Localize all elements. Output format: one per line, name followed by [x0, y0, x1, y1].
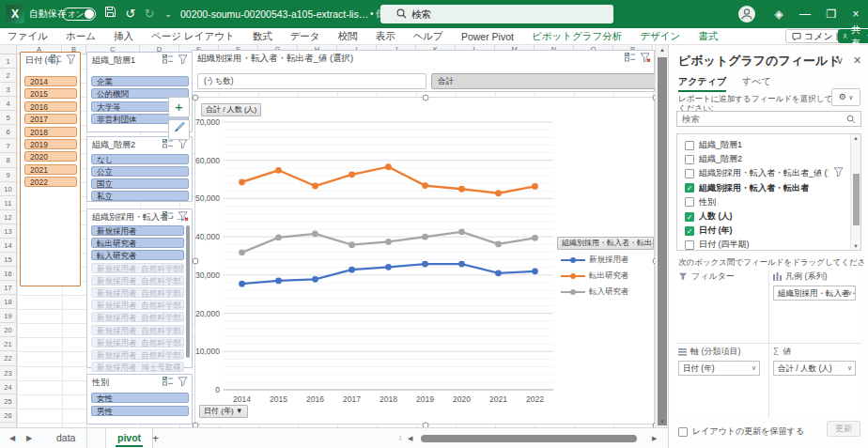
area-field-日付 (年)[interactable]: 日付 (年)∨: [678, 361, 760, 376]
slicer-item-新規採用者_自然科学部...[interactable]: 新規採用者_自然科学部...: [91, 312, 184, 322]
field-item-人数 (人)[interactable]: ✓人数 (人): [677, 209, 848, 224]
ribbon-tab-10[interactable]: ピボットグラフ分析: [532, 30, 622, 43]
area-values[interactable]: Σ値合計 / 人数 (人)∨: [771, 346, 861, 416]
scroll-down-icon[interactable]: ▼: [851, 243, 860, 249]
slicer-item-新規採用者_自然科学部...[interactable]: 新規採用者_自然科学部...: [91, 275, 184, 286]
tab-nav-left-icon[interactable]: ◀: [9, 428, 15, 448]
worksheet[interactable]: ABCDEFGHIJKLMNOP123456789101112131415161…: [0, 45, 668, 427]
scroll-down-icon[interactable]: ▼: [656, 417, 669, 427]
save-icon[interactable]: [101, 6, 118, 23]
ribbon-tab-file[interactable]: ファイル: [8, 30, 48, 43]
sheet-tab-data[interactable]: data: [45, 428, 87, 448]
field-checkbox-組織_階層1[interactable]: [685, 141, 694, 150]
slicer-item-私立[interactable]: 私立: [91, 191, 189, 201]
clear-filter-icon[interactable]: [640, 53, 651, 65]
legend-field-button[interactable]: 組織別採用・転入者・転出者 ▼: [557, 237, 654, 250]
field-checkbox-日付 (年)[interactable]: ✓: [685, 226, 694, 236]
tab-nav-right-icon[interactable]: ▶: [26, 428, 32, 448]
ribbon-tab-2[interactable]: 挿入: [114, 30, 133, 43]
field-checkbox-組織別採用・転入者・転出者_値 (選択)[interactable]: [685, 169, 694, 178]
multiselect-icon[interactable]: [625, 53, 636, 65]
scroll-right-icon[interactable]: ▶: [652, 428, 657, 448]
pivot-chart[interactable]: 010,00020,00030,00040,00050,00060,00070,…: [194, 97, 655, 425]
defer-layout-row[interactable]: レイアウトの更新を保留する: [678, 425, 804, 438]
slicer-item-2021[interactable]: 2021: [24, 164, 77, 175]
chip-dropdown-icon[interactable]: ∨: [847, 362, 852, 375]
account-avatar[interactable]: [738, 6, 755, 23]
slicer-item-新規採用者_自然科学部...[interactable]: 新規採用者_自然科学部...: [91, 287, 184, 298]
row-header-26[interactable]: 26: [0, 409, 17, 423]
pane-chevron-icon[interactable]: ∨: [836, 54, 844, 67]
row-header-7[interactable]: 7: [0, 139, 17, 153]
autosave-toggle[interactable]: オン: [62, 8, 96, 21]
slicer-item-新規採用者[interactable]: 新規採用者: [91, 225, 184, 236]
add-sheet-button[interactable]: +: [152, 428, 159, 448]
slicer-item-女性[interactable]: 女性: [91, 393, 189, 403]
ribbon-tab-11[interactable]: デザイン: [640, 30, 680, 43]
horizontal-scroll-thumb[interactable]: [421, 435, 637, 442]
row-header-16[interactable]: 16: [0, 267, 17, 281]
scroll-left-icon[interactable]: ◀: [408, 428, 412, 448]
slicer-item-企業[interactable]: 企業: [91, 76, 189, 86]
slicer-item-2015[interactable]: 2015: [24, 88, 77, 99]
row-header-8[interactable]: 8: [0, 153, 17, 167]
field-checkbox-性別[interactable]: [685, 197, 694, 207]
ribbon-tab-1[interactable]: ホーム: [66, 30, 96, 43]
field-checkbox-組織別採用・転入者・転出者[interactable]: ✓: [685, 183, 694, 193]
column-header-corner[interactable]: [0, 45, 17, 54]
chip-dropdown-icon[interactable]: ∨: [847, 286, 852, 300]
slicer-item-2022[interactable]: 2022: [24, 177, 77, 187]
slicer-item-(うち数)[interactable]: (うち数): [197, 73, 426, 89]
share-button[interactable]: 共有 ▼: [838, 29, 868, 43]
slicer-value-selector[interactable]: 組織別採用・転入者・転出者_値 (選択)(うち数)合計: [192, 50, 655, 92]
restore-button[interactable]: ❐: [819, 0, 844, 28]
slicer-item-2020[interactable]: 2020: [24, 151, 77, 162]
row-header-9[interactable]: 9: [0, 168, 17, 182]
slicer-scroll-thumb[interactable]: [186, 225, 190, 358]
slicer-item-2016[interactable]: 2016: [24, 101, 77, 112]
clear-filter-icon[interactable]: [178, 211, 189, 224]
ribbon-tab-3[interactable]: ページ レイアウト: [151, 30, 235, 43]
field-item-組織_階層1[interactable]: 組織_階層1: [677, 138, 848, 152]
pane-search-input[interactable]: 検索: [676, 111, 861, 127]
field-list-scrollbar[interactable]: ▲▼: [850, 134, 860, 250]
row-header-15[interactable]: 15: [0, 253, 17, 267]
row-header-23[interactable]: 23: [0, 366, 17, 380]
row-header-20[interactable]: 20: [0, 323, 17, 337]
row-header-11[interactable]: 11: [0, 196, 17, 210]
area-filters[interactable]: フィルター: [676, 270, 766, 341]
area-axis[interactable]: 軸 (分類項目)日付 (年)∨: [676, 346, 766, 416]
slicer-category[interactable]: 組織別採用・転入者・...新規採用者転出研究者転入研究者新規採用者_自然科学部門…: [86, 209, 193, 368]
row-header-5[interactable]: 5: [0, 111, 17, 125]
pane-tab-アクティブ[interactable]: アクティブ: [678, 75, 726, 92]
defer-checkbox[interactable]: [678, 427, 688, 437]
slicer-item-新規採用者_自然科学部...[interactable]: 新規採用者_自然科学部...: [91, 349, 184, 360]
slicer-item-公立[interactable]: 公立: [91, 166, 189, 177]
row-header-24[interactable]: 24: [0, 380, 17, 394]
slicer-item-新規採用者_自然科学部...[interactable]: 新規採用者_自然科学部...: [91, 325, 184, 335]
field-filter-icon[interactable]: [833, 167, 845, 179]
slicer-org2[interactable]: 組織_階層2なし公立国立私立: [86, 136, 193, 202]
ribbon-tab-8[interactable]: ヘルプ: [413, 30, 443, 43]
row-header-1[interactable]: 1: [0, 54, 17, 69]
field-list[interactable]: 組織_階層1組織_階層2組織別採用・転入者・転出者_値 (選択)✓組織別採用・転…: [676, 133, 861, 251]
clear-filter-icon[interactable]: [66, 54, 77, 67]
field-checkbox-日付 (四半期)[interactable]: [685, 240, 694, 250]
chip-dropdown-icon[interactable]: ∨: [752, 362, 756, 375]
ribbon-tab-9[interactable]: Power Pivot: [461, 31, 514, 42]
row-header-13[interactable]: 13: [0, 224, 17, 239]
row-header-17[interactable]: 17: [0, 281, 17, 295]
slicer-item-2017[interactable]: 2017: [24, 114, 77, 124]
row-header-19[interactable]: 19: [0, 309, 17, 323]
row-header-6[interactable]: 6: [0, 125, 17, 139]
workbook-filename[interactable]: 00200-soumu-00200543-a105-extract-lis…: [180, 0, 368, 28]
row-header-18[interactable]: 18: [0, 295, 17, 309]
tools-gear-button[interactable]: ⚙ ∨: [831, 88, 860, 106]
multiselect-icon[interactable]: [163, 139, 174, 151]
insider-gem-icon[interactable]: ◈: [767, 0, 791, 28]
field-item-組織_階層2[interactable]: 組織_階層2: [677, 152, 848, 166]
area-field-組織別採用・転入者・転...[interactable]: 組織別採用・転入者・転...∨: [773, 286, 856, 301]
row-header-25[interactable]: 25: [0, 394, 17, 409]
multiselect-icon[interactable]: [51, 54, 62, 67]
slicer-item-新規採用者_博士号取得...[interactable]: 新規採用者_博士号取得...: [91, 362, 184, 372]
